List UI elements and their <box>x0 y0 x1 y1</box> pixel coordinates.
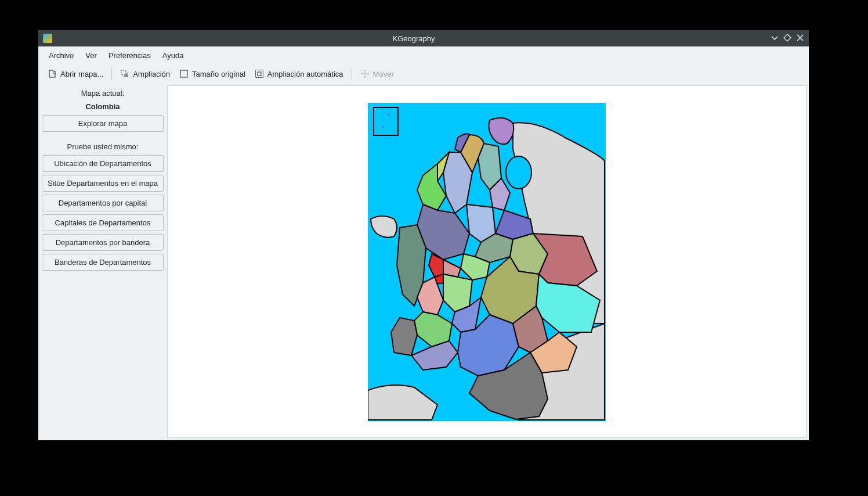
departments-by-flag-button[interactable]: Departamentos por bandera <box>42 234 164 251</box>
auto-zoom-label: Ampliación automática <box>267 70 343 78</box>
departments-by-capital-button[interactable]: Departamentos por capital <box>42 195 164 211</box>
original-size-label: Tamaño original <box>192 70 245 78</box>
toolbar-separator <box>352 67 352 80</box>
svg-rect-0 <box>121 70 126 75</box>
menubar: Archivo Ver Preferencias Ayuda <box>38 46 809 64</box>
svg-point-6 <box>388 113 390 115</box>
move-icon <box>360 69 370 78</box>
move-label: Mover <box>373 70 394 78</box>
zoom-label: Ampliación <box>133 70 170 78</box>
zoom-icon <box>120 69 129 78</box>
svg-point-8 <box>506 156 531 189</box>
explore-map-button[interactable]: Explorar mapa <box>42 115 164 132</box>
menu-help[interactable]: Ayuda <box>157 49 190 62</box>
original-size-icon <box>179 69 189 78</box>
minimize-icon[interactable] <box>771 34 779 44</box>
app-window: KGeography Archivo Ver Preferencias Ayud… <box>38 30 809 440</box>
current-map-label: Mapa actual: <box>42 88 164 99</box>
test-yourself-label: Pruebe usted mismo: <box>42 141 164 152</box>
menu-view[interactable]: Ver <box>79 49 103 62</box>
content-area: Mapa actual: Colombia Explorar mapa Prue… <box>38 84 809 440</box>
svg-point-7 <box>382 126 384 128</box>
sidebar: Mapa actual: Colombia Explorar mapa Prue… <box>38 84 167 440</box>
menu-file[interactable]: Archivo <box>43 49 79 62</box>
titlebar: KGeography <box>38 30 809 46</box>
app-icon <box>43 34 52 43</box>
open-map-label: Abrir mapa... <box>60 70 103 78</box>
toolbar-separator <box>111 67 112 80</box>
map-canvas <box>368 103 606 421</box>
map-viewport[interactable] <box>167 85 806 438</box>
close-icon[interactable] <box>796 34 804 44</box>
current-map-name: Colombia <box>42 101 164 112</box>
open-file-icon <box>48 69 57 78</box>
svg-rect-3 <box>258 72 261 76</box>
maximize-icon[interactable] <box>783 34 791 44</box>
original-size-button[interactable]: Tamaño original <box>175 67 250 81</box>
auto-zoom-button[interactable]: Ampliación automática <box>250 67 348 81</box>
auto-zoom-icon <box>255 69 264 78</box>
zoom-button[interactable]: Ampliación <box>115 67 175 81</box>
toolbar: Abrir mapa... Ampliación Tamaño original… <box>38 64 809 84</box>
place-departments-button[interactable]: Sitúe Departamentos en el mapa <box>42 175 164 192</box>
capitals-of-departments-button[interactable]: Capitales de Departamentos <box>42 214 164 231</box>
menu-preferences[interactable]: Preferencias <box>103 49 157 62</box>
svg-rect-1 <box>180 70 187 77</box>
open-map-button[interactable]: Abrir mapa... <box>43 67 108 81</box>
flags-of-departments-button[interactable]: Banderas de Departamentos <box>42 254 164 271</box>
location-departments-button[interactable]: Ubicación de Departamentos <box>42 155 164 172</box>
window-title: KGeography <box>57 34 771 43</box>
svg-rect-5 <box>374 107 398 135</box>
svg-rect-2 <box>255 70 263 78</box>
move-button: Mover <box>356 67 399 81</box>
